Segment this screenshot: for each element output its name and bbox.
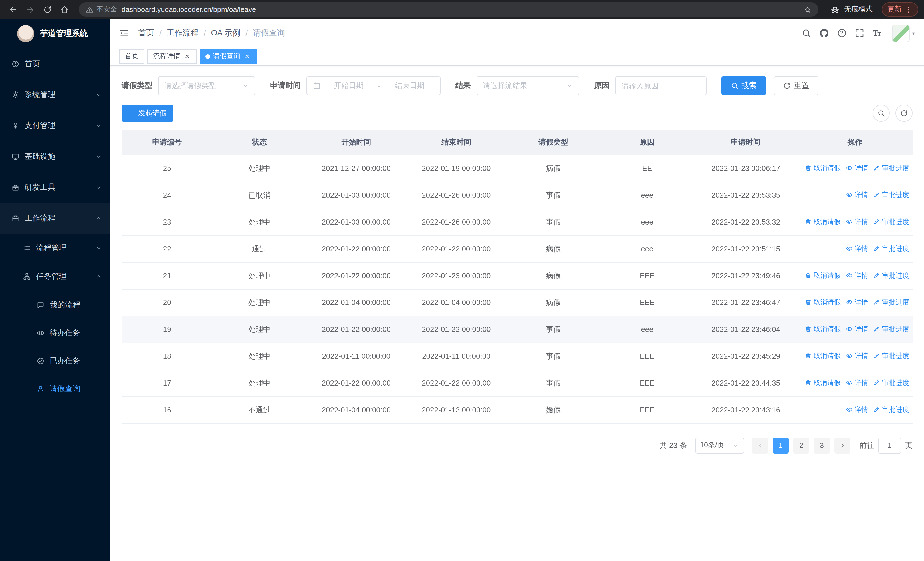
bookmark-star-icon[interactable] xyxy=(804,5,812,14)
search-button[interactable]: 搜索 xyxy=(722,76,766,95)
progress-link[interactable]: 审批进度 xyxy=(873,271,909,281)
tab-leave-query[interactable]: 请假查询× xyxy=(200,49,257,64)
sidebar-item-leave-query[interactable]: 请假查询 xyxy=(0,375,110,403)
kebab-menu-icon[interactable] xyxy=(904,5,913,14)
prev-page-button[interactable] xyxy=(752,437,768,453)
app-logo[interactable]: 芋道管理系统 xyxy=(0,19,110,48)
table-row[interactable]: 21处理中2022-01-22 00:00:002022-01-23 00:00… xyxy=(122,262,913,289)
table-row[interactable]: 25处理中2021-12-27 00:00:002022-01-19 00:00… xyxy=(122,155,913,182)
progress-link[interactable]: 审批进度 xyxy=(873,217,909,227)
page-1-button[interactable]: 1 xyxy=(773,437,789,453)
tab-home[interactable]: 首页 xyxy=(119,49,144,64)
detail-link[interactable]: 详情 xyxy=(846,271,868,281)
reason-input[interactable] xyxy=(615,76,706,95)
url-text[interactable]: dashboard.yudao.iocoder.cn/bpm/oa/leave xyxy=(122,5,799,14)
sidebar-item-my-process[interactable]: 我的流程 xyxy=(0,291,110,319)
progress-link[interactable]: 审批进度 xyxy=(873,325,909,334)
progress-link[interactable]: 审批进度 xyxy=(873,244,909,254)
forward-button[interactable] xyxy=(23,2,38,17)
table-row[interactable]: 18处理中2022-01-11 00:00:002022-01-11 00:00… xyxy=(122,343,913,370)
sidebar-item-payment[interactable]: 支付管理 xyxy=(0,110,110,141)
sidebar-item-devtools[interactable]: 研发工具 xyxy=(0,172,110,203)
cancel-leave-link[interactable]: 取消请假 xyxy=(805,378,841,388)
sidebar-item-process-mgmt[interactable]: 流程管理 xyxy=(0,234,110,262)
cancel-leave-link[interactable]: 取消请假 xyxy=(805,217,841,227)
home-button[interactable] xyxy=(57,2,72,17)
address-bar[interactable]: 不安全 dashboard.yudao.iocoder.cn/bpm/oa/le… xyxy=(79,2,818,17)
progress-link[interactable]: 审批进度 xyxy=(873,163,909,173)
user-avatar[interactable] xyxy=(892,24,910,42)
security-chip[interactable]: 不安全 xyxy=(86,5,117,14)
sidebar-item-done-task[interactable]: 已办任务 xyxy=(0,347,110,375)
next-page-button[interactable] xyxy=(834,437,850,453)
table-row[interactable]: 22通过2022-01-22 00:00:002022-01-22 00:00:… xyxy=(122,235,913,262)
cell-type: 病假 xyxy=(507,289,600,316)
detail-link[interactable]: 详情 xyxy=(846,378,868,388)
detail-link[interactable]: 详情 xyxy=(846,405,868,415)
detail-link[interactable]: 详情 xyxy=(846,298,868,307)
table-row[interactable]: 16不通过2022-01-04 00:00:002022-01-13 00:00… xyxy=(122,397,913,423)
close-icon[interactable]: × xyxy=(183,52,191,60)
avatar-caret-icon[interactable]: ▾ xyxy=(912,30,915,36)
header-search-button[interactable] xyxy=(798,24,816,42)
edit-icon xyxy=(873,406,880,413)
leave-type-select[interactable]: 请选择请假类型 xyxy=(158,76,255,95)
refresh-table-button[interactable] xyxy=(896,105,913,122)
cancel-leave-link[interactable]: 取消请假 xyxy=(805,271,841,281)
progress-link[interactable]: 审批进度 xyxy=(873,405,909,415)
sidebar-item-todo-task[interactable]: 待办任务 xyxy=(0,319,110,347)
cell-start: 2022-01-22 00:00:00 xyxy=(306,235,406,262)
detail-link[interactable]: 详情 xyxy=(846,163,868,173)
cancel-leave-link[interactable]: 取消请假 xyxy=(805,325,841,334)
progress-link[interactable]: 审批进度 xyxy=(873,378,909,388)
detail-link[interactable]: 详情 xyxy=(846,325,868,334)
edit-icon xyxy=(873,165,880,171)
browser-update-button[interactable]: 更新 xyxy=(882,2,918,17)
page-3-button[interactable]: 3 xyxy=(814,437,830,453)
breadcrumb-item[interactable]: 首页 xyxy=(138,28,154,38)
table-row[interactable]: 17处理中2022-01-22 00:00:002022-01-22 00:00… xyxy=(122,370,913,397)
page-2-button[interactable]: 2 xyxy=(793,437,809,453)
toggle-search-button[interactable] xyxy=(873,105,890,122)
table-row[interactable]: 20处理中2022-01-04 00:00:002022-01-04 00:00… xyxy=(122,289,913,316)
table-row[interactable]: 24已取消2022-01-03 00:00:002022-01-26 00:00… xyxy=(122,182,913,209)
create-leave-button[interactable]: 发起请假 xyxy=(122,105,174,122)
back-button[interactable] xyxy=(6,2,21,17)
reload-button[interactable] xyxy=(40,2,55,17)
cell-status: 通过 xyxy=(213,235,306,262)
sidebar-toggle-icon[interactable] xyxy=(119,28,129,38)
sidebar-item-task-mgmt[interactable]: 任务管理 xyxy=(0,262,110,291)
cancel-leave-link[interactable]: 取消请假 xyxy=(805,163,841,173)
help-button[interactable] xyxy=(833,24,851,42)
sidebar-item-workflow[interactable]: 工作流程 xyxy=(0,203,110,234)
tab-process-detail[interactable]: 流程详情× xyxy=(147,49,197,64)
cancel-leave-link[interactable]: 取消请假 xyxy=(805,298,841,307)
page-size-select[interactable]: 10条/页 xyxy=(695,437,744,453)
search-icon xyxy=(877,109,885,117)
github-link[interactable] xyxy=(816,24,833,42)
breadcrumb-item[interactable]: OA 示例 xyxy=(211,28,240,38)
sidebar-item-home[interactable]: 首页 xyxy=(0,48,110,80)
cancel-leave-link[interactable]: 取消请假 xyxy=(805,351,841,361)
progress-link[interactable]: 审批进度 xyxy=(873,298,909,307)
font-size-button[interactable] xyxy=(868,24,886,42)
cell-type: 事假 xyxy=(507,209,600,235)
goto-page-input[interactable] xyxy=(878,437,901,453)
table-row[interactable]: 23处理中2022-01-03 00:00:002022-01-26 00:00… xyxy=(122,209,913,235)
close-icon[interactable]: × xyxy=(243,52,251,60)
table-row[interactable]: 19处理中2022-01-22 00:00:002022-01-22 00:00… xyxy=(122,316,913,343)
detail-link[interactable]: 详情 xyxy=(846,244,868,254)
result-select[interactable]: 请选择流结果 xyxy=(477,76,579,95)
detail-link[interactable]: 详情 xyxy=(846,351,868,361)
sidebar-item-system[interactable]: 系统管理 xyxy=(0,80,110,110)
progress-link[interactable]: 审批进度 xyxy=(873,190,909,200)
sidebar-item-infra[interactable]: 基础设施 xyxy=(0,141,110,172)
detail-link[interactable]: 详情 xyxy=(846,217,868,227)
fullscreen-button[interactable] xyxy=(851,24,868,42)
apply-time-range-picker[interactable]: 开始日期 - 结束日期 xyxy=(306,76,441,95)
page-buttons: 123 xyxy=(773,437,830,453)
reset-button[interactable]: 重置 xyxy=(774,76,818,95)
detail-link[interactable]: 详情 xyxy=(846,190,868,200)
progress-link[interactable]: 审批进度 xyxy=(873,351,909,361)
breadcrumb-item[interactable]: 工作流程 xyxy=(166,28,199,38)
